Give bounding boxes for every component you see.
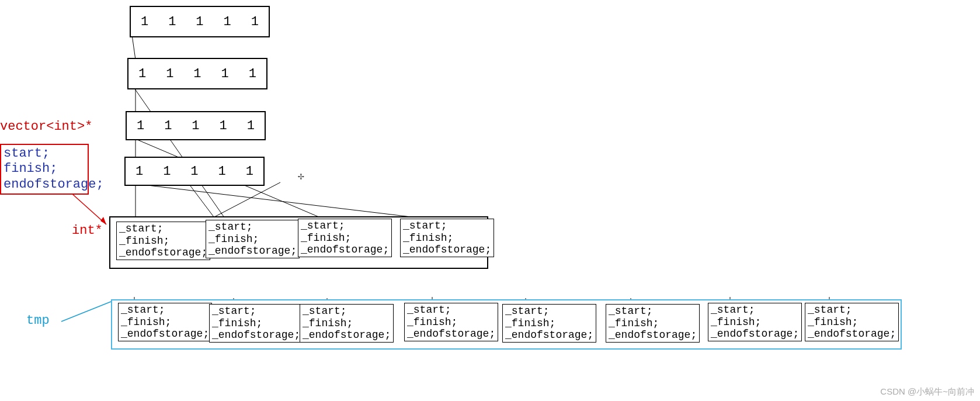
array-cell: 1 (163, 164, 171, 179)
struct-line: _finish; (301, 232, 389, 244)
struct-line: _finish; (121, 316, 209, 329)
array-cell: 1 (249, 67, 256, 81)
struct-line: _start; (212, 305, 300, 317)
tmp-struct-box: _start; _finish; _endofstorage; (118, 303, 212, 341)
code-line: finish; (4, 161, 85, 177)
struct-line: _endofstorage; (407, 328, 495, 340)
struct-box: _start; _finish; _endofstorage; (400, 219, 494, 257)
struct-line: _finish; (303, 317, 391, 330)
struct-box: _start; _finish; _endofstorage; (298, 219, 392, 257)
watermark: CSDN @小蜗牛~向前冲 (880, 386, 974, 397)
struct-line: _start; (119, 223, 207, 235)
svg-line-0 (132, 35, 135, 60)
struct-line: _endofstorage; (119, 247, 207, 259)
array-cell: 1 (190, 164, 198, 179)
code-line: endofstorage; (4, 177, 85, 192)
struct-line: _start; (407, 304, 495, 316)
array-cell: 1 (193, 67, 201, 81)
struct-line: _start; (808, 304, 896, 316)
struct-line: _start; (403, 220, 491, 232)
struct-line: _endofstorage; (121, 328, 209, 340)
array-cell: 1 (138, 67, 146, 81)
code-line: start; (4, 146, 85, 161)
svg-line-6 (133, 184, 416, 217)
struct-line: _start; (301, 220, 389, 232)
label-tmp: tmp (26, 313, 50, 328)
array-cell: 1 (224, 15, 231, 29)
array-cell: 1 (196, 15, 203, 29)
outer-struct-box: start; finish; endofstorage; (0, 144, 89, 195)
struct-line: _start; (711, 304, 799, 316)
tmp-struct-box: _start; _finish; _endofstorage; (805, 303, 899, 341)
tmp-struct-box: _start; _finish; _endofstorage; (300, 304, 394, 343)
struct-line: _endofstorage; (609, 329, 697, 341)
array-cell: 1 (247, 119, 255, 133)
struct-line: _endofstorage; (303, 329, 391, 341)
array-cell: 1 (164, 119, 172, 133)
struct-line: _finish; (609, 317, 697, 330)
struct-line: _endofstorage; (403, 244, 491, 256)
struct-box: _start; _finish; _endofstorage; (116, 222, 210, 260)
svg-line-4 (133, 87, 224, 217)
struct-line: _finish; (407, 316, 495, 329)
array-cell: 1 (221, 67, 229, 81)
struct-line: _finish; (711, 316, 799, 329)
tmp-struct-box: _start; _finish; _endofstorage; (404, 303, 498, 341)
struct-box: _start; _finish; _endofstorage; (206, 220, 300, 258)
cursor-icon: ✢ (298, 170, 304, 182)
struct-line: _endofstorage; (208, 245, 297, 257)
label-vector-ptr: vector<int>* (0, 119, 92, 134)
array-row-1: 1 1 1 1 1 (127, 58, 267, 89)
struct-line: _endofstorage; (301, 244, 389, 256)
struct-line: _finish; (119, 235, 207, 247)
array-cell: 1 (168, 15, 176, 29)
array-row-3: 1 1 1 1 1 (124, 157, 265, 186)
struct-line: _start; (121, 304, 209, 316)
array-cell: 1 (192, 119, 199, 133)
struct-line: _start; (208, 221, 297, 233)
struct-line: _endofstorage; (711, 328, 799, 340)
array-cell: 1 (220, 119, 227, 133)
struct-line: _endofstorage; (212, 329, 300, 341)
array-cell: 1 (141, 15, 148, 29)
struct-line: _endofstorage; (505, 329, 593, 341)
struct-line: _start; (609, 305, 697, 317)
struct-line: _endofstorage; (808, 328, 896, 340)
array-row-0: 1 1 1 1 1 (130, 6, 270, 37)
label-int-ptr: int* (72, 223, 103, 238)
array-row-2: 1 1 1 1 1 (126, 111, 266, 140)
tmp-struct-box: _start; _finish; _endofstorage; (708, 303, 802, 341)
struct-line: _start; (505, 305, 593, 317)
array-cell: 1 (218, 164, 226, 179)
array-cell: 1 (135, 164, 143, 179)
array-cell: 1 (166, 67, 173, 81)
tmp-struct-box: _start; _finish; _endofstorage; (502, 304, 596, 343)
struct-line: _start; (303, 305, 391, 317)
struct-line: _finish; (403, 232, 491, 244)
array-cell: 1 (251, 15, 259, 29)
array-cell: 1 (246, 164, 253, 179)
struct-line: _finish; (212, 317, 300, 330)
svg-line-11 (61, 302, 111, 322)
struct-line: _finish; (505, 317, 593, 330)
tmp-struct-box: _start; _finish; _endofstorage; (606, 304, 700, 343)
struct-line: _finish; (808, 316, 896, 329)
tmp-struct-box: _start; _finish; _endofstorage; (209, 304, 303, 343)
struct-line: _finish; (208, 233, 297, 246)
array-cell: 1 (137, 119, 144, 133)
